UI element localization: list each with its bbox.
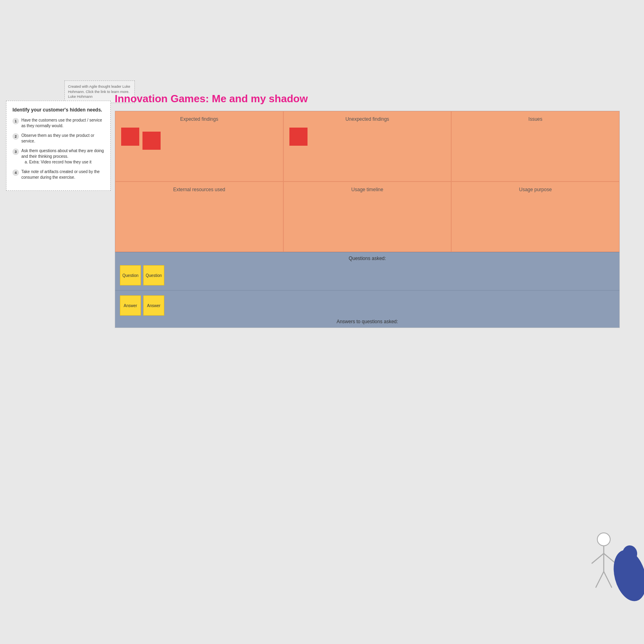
instructions-box: Identify your customer's hidden needs. 1… [6, 101, 111, 191]
answers-notes-row: Answer Answer [120, 294, 615, 317]
step-3-text: Ask them questions about what they are d… [21, 148, 104, 165]
instructions-title: Identify your customer's hidden needs. [12, 107, 104, 113]
questions-notes-row: Question Question [120, 264, 615, 287]
sticky-note-red-2[interactable] [142, 132, 161, 150]
answer-note-1[interactable]: Answer [120, 295, 141, 316]
step-4: 4 Take note of artifacts created or used… [12, 169, 104, 180]
figure-area [580, 531, 636, 604]
external-resources-cell[interactable]: External resources used [115, 182, 283, 252]
expected-findings-label: Expected findings [120, 116, 278, 122]
answer-note-2[interactable]: Answer [143, 295, 164, 316]
usage-purpose-cell[interactable]: Usage purpose [451, 182, 619, 252]
step-circle-3: 3 [12, 149, 19, 155]
step-1-text: Have the customers use the product / ser… [21, 118, 104, 129]
usage-timeline-cell[interactable]: Usage timeline [283, 182, 452, 252]
question-note-2[interactable]: Question [143, 265, 164, 285]
page-wrapper: Created with Agile thought leader Luke H… [0, 0, 644, 644]
usage-purpose-label: Usage purpose [456, 187, 614, 192]
questions-section: Questions asked: Question Question [115, 252, 619, 290]
external-resources-label: External resources used [120, 187, 278, 192]
answers-section: Answer Answer Answers to questions asked… [115, 290, 619, 328]
step-3: 3 Ask them questions about what they are… [12, 148, 104, 165]
grid-container: Expected findings Unexpected findings Is… [115, 111, 620, 328]
unexpected-findings-label: Unexpected findings [289, 116, 446, 122]
sticky-note-unexpected-1[interactable] [289, 128, 308, 146]
svg-line-4 [596, 572, 604, 588]
grid-row-2: External resources used Usage timeline U… [115, 182, 619, 252]
shadow-figure [608, 543, 644, 608]
step-circle-1: 1 [12, 118, 19, 124]
answers-label: Answers to questions asked: [120, 319, 615, 324]
issues-cell[interactable]: Issues [451, 111, 619, 182]
step-circle-2: 2 [12, 133, 19, 140]
usage-timeline-label: Usage timeline [289, 187, 446, 192]
step-2: 2 Observe them as they use the product o… [12, 133, 104, 144]
attribution-author: Luke Hohmann [68, 95, 93, 99]
sticky-note-red-1[interactable] [121, 128, 139, 146]
step-4-text: Take note of artifacts created or used b… [21, 169, 104, 180]
questions-label: Questions asked: [120, 256, 615, 261]
step-circle-4: 4 [12, 169, 19, 176]
svg-line-2 [592, 553, 604, 564]
right-panel: Innovation Games: Me and my shadow Expec… [115, 93, 620, 328]
unexpected-findings-cell[interactable]: Unexpected findings [283, 111, 452, 182]
page-title: Innovation Games: Me and my shadow [115, 93, 620, 105]
issues-label: Issues [456, 116, 614, 122]
expected-findings-cell[interactable]: Expected findings [115, 111, 283, 182]
question-note-1[interactable]: Question [120, 265, 141, 285]
grid-row-1: Expected findings Unexpected findings Is… [115, 111, 619, 182]
step-1: 1 Have the customers use the product / s… [12, 118, 104, 129]
step-2-text: Observe them as they use the product or … [21, 133, 104, 144]
